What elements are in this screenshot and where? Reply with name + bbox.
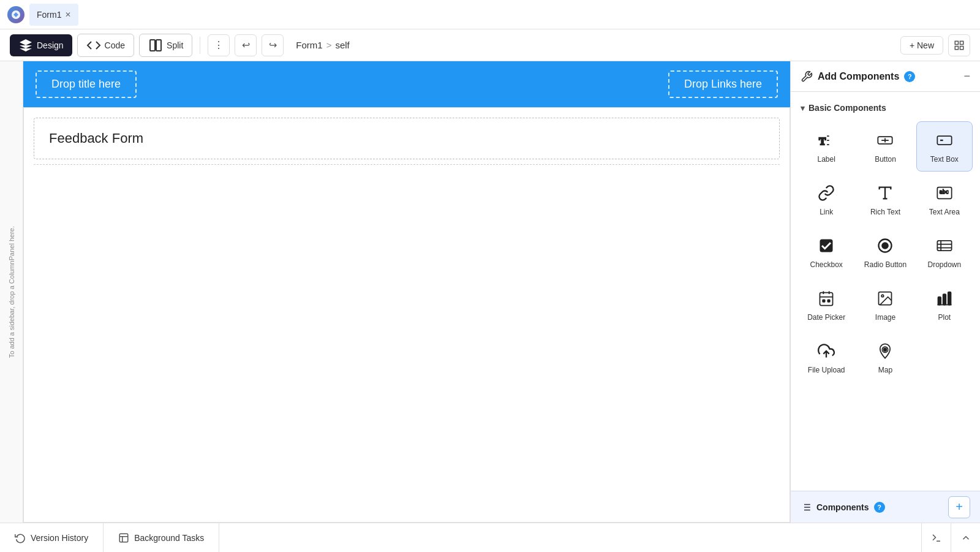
component-map-text: Map (878, 366, 892, 374)
datepicker-icon (815, 287, 837, 309)
components-grid: T Label Button (796, 121, 975, 382)
panel-close-button[interactable]: − (963, 70, 970, 83)
component-map[interactable]: Map (857, 332, 913, 382)
canvas-drop-area[interactable] (34, 164, 780, 409)
svg-rect-30 (943, 294, 946, 305)
component-label[interactable]: T Label (798, 121, 854, 172)
component-upload[interactable]: File Upload (798, 332, 854, 382)
new-button[interactable]: + New (900, 36, 943, 55)
dropdown-icon (933, 235, 956, 257)
component-dropdown[interactable]: Dropdown (916, 227, 973, 277)
drop-title-text: Drop title here (51, 78, 121, 90)
svg-rect-26 (827, 300, 830, 302)
drop-title-zone[interactable]: Drop title here (36, 70, 137, 98)
component-datepicker[interactable]: Date Picker (798, 279, 854, 330)
drop-links-zone[interactable]: Drop Links here (668, 70, 778, 98)
tab-label: Form1 (37, 10, 61, 20)
svg-rect-25 (823, 300, 825, 302)
canvas-content[interactable]: Feedback Form (23, 107, 790, 523)
panel-title: Add Components ? (801, 70, 915, 83)
sidebar-hint-text: To add a sidebar, drop a ColumnPanel her… (8, 221, 15, 363)
component-radio[interactable]: Radio Button (857, 227, 913, 277)
component-label-text: Label (817, 155, 835, 164)
component-richtext[interactable]: Rich Text (857, 174, 913, 224)
design-label: Design (37, 40, 64, 50)
component-image[interactable]: Image (857, 279, 913, 330)
svg-rect-4 (960, 41, 963, 44)
version-history-button[interactable]: Version History (0, 523, 104, 552)
svg-rect-5 (955, 46, 958, 49)
components-help-button[interactable]: ? (874, 502, 885, 513)
breadcrumb: Form1 > self (296, 40, 349, 50)
component-checkbox[interactable]: Checkbox (798, 227, 854, 277)
textarea-icon: abc (933, 182, 956, 204)
svg-point-28 (882, 295, 884, 297)
component-datepicker-text: Date Picker (807, 313, 845, 322)
svg-rect-29 (938, 297, 941, 305)
svg-rect-17 (937, 241, 951, 251)
map-icon (874, 340, 896, 362)
form-title-block[interactable]: Feedback Form (34, 118, 780, 159)
terminal-button[interactable] (921, 523, 951, 553)
history-icon (15, 532, 26, 543)
drop-links-text: Drop Links here (684, 78, 762, 90)
add-component-button[interactable]: + (948, 496, 970, 518)
code-label: Code (105, 40, 125, 50)
code-button[interactable]: Code (77, 34, 134, 57)
panel-help-button[interactable]: ? (904, 71, 915, 82)
split-button[interactable]: Split (139, 34, 192, 57)
tab-bar: Form1 ✕ (0, 0, 980, 29)
component-textarea[interactable]: abc Text Area (916, 174, 973, 224)
basic-section-label: Basic Components (809, 103, 886, 113)
undo-button[interactable]: ↩ (235, 34, 257, 56)
redo-button[interactable]: ↪ (262, 34, 284, 56)
status-right-controls (921, 523, 980, 553)
split-label: Split (167, 40, 183, 50)
panel-header: Add Components ? − (791, 61, 980, 92)
toolbar: Design Code Split ⋮ ↩ ↪ Form1 > self + N… (0, 29, 980, 61)
background-tasks-button[interactable]: Background Tasks (104, 523, 219, 552)
new-label: + New (910, 40, 934, 50)
radio-icon (874, 235, 896, 257)
tab-close-icon[interactable]: ✕ (65, 10, 71, 19)
tab-form1[interactable]: Form1 ✕ (29, 4, 78, 26)
component-link[interactable]: Link (798, 174, 854, 224)
components-list-icon (801, 502, 812, 513)
component-upload-text: File Upload (808, 366, 845, 374)
svg-point-16 (883, 243, 888, 248)
button-icon (874, 129, 896, 151)
component-checkbox-text: Checkbox (810, 260, 842, 269)
label-icon: T (815, 129, 837, 151)
component-plot[interactable]: Plot (916, 279, 973, 330)
chevron-down-icon: ▾ (801, 104, 805, 113)
collapse-button[interactable] (951, 523, 980, 553)
svg-rect-3 (955, 41, 958, 44)
breadcrumb-separator: > (326, 40, 332, 50)
svg-rect-1 (150, 40, 155, 51)
wrench-icon (801, 70, 813, 83)
bottom-components-panel: Components ? + (791, 491, 980, 523)
toolbar-separator-1 (200, 37, 200, 54)
component-button-text: Button (875, 155, 896, 164)
fullscreen-button[interactable] (948, 34, 970, 56)
bottom-panel-title: Components ? (801, 502, 885, 513)
svg-rect-42 (119, 534, 128, 542)
more-options-button[interactable]: ⋮ (208, 34, 230, 56)
component-textbox[interactable]: Text Box (916, 121, 973, 172)
svg-point-35 (884, 348, 887, 351)
design-button[interactable]: Design (10, 34, 72, 56)
form-title-text: Feedback Form (49, 130, 143, 146)
svg-rect-31 (948, 292, 951, 305)
component-plot-text: Plot (938, 313, 951, 322)
component-button[interactable]: Button (857, 121, 913, 172)
svg-rect-9 (937, 136, 951, 145)
plot-icon (933, 287, 956, 309)
components-section: ▾ Basic Components T Label (791, 92, 980, 491)
basic-components-header[interactable]: ▾ Basic Components (796, 99, 975, 116)
textbox-icon (933, 129, 956, 151)
app-logo (7, 6, 24, 23)
left-sidebar-hint: To add a sidebar, drop a ColumnPanel her… (0, 61, 23, 523)
component-textbox-text: Text Box (930, 155, 959, 164)
canvas-header: Drop title here Drop Links here (23, 61, 790, 107)
richtext-icon (874, 182, 896, 204)
